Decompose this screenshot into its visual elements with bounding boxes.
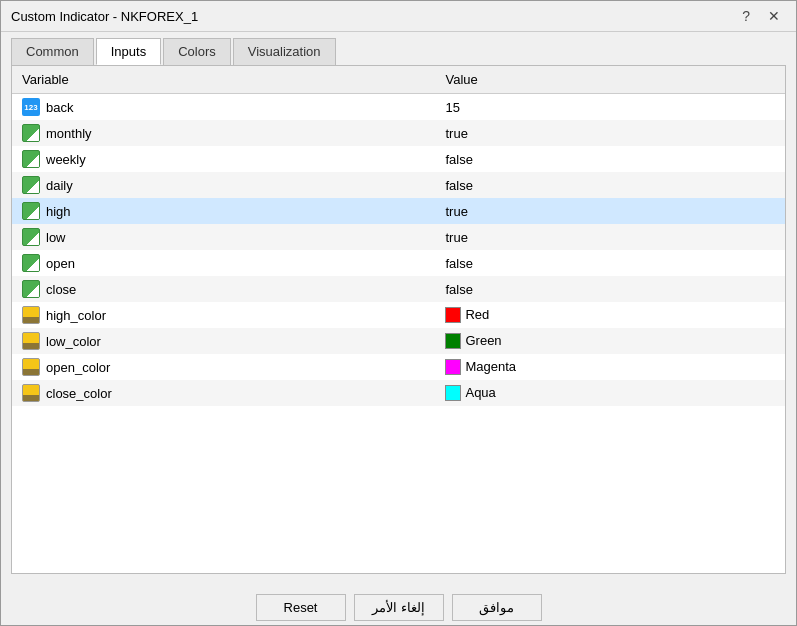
boolean-icon xyxy=(22,150,40,168)
value-cell: false xyxy=(435,172,785,198)
value-cell: 15 xyxy=(435,94,785,121)
content-area: Variable Value 123back15monthlytrueweekl… xyxy=(1,65,796,584)
color-swatch xyxy=(445,385,461,401)
footer: Reset إلغاء الأمر موافق xyxy=(1,584,796,625)
title-controls: ? ✕ xyxy=(736,7,786,25)
tab-colors[interactable]: Colors xyxy=(163,38,231,65)
variable-name: open_color xyxy=(46,360,110,375)
variable-cell: daily xyxy=(12,172,435,198)
boolean-icon xyxy=(22,254,40,272)
variable-cell: high_color xyxy=(12,302,435,328)
variable-value: true xyxy=(445,126,467,141)
table-row[interactable]: close_colorAqua xyxy=(12,380,785,406)
table-row[interactable]: openfalse xyxy=(12,250,785,276)
variable-cell: low_color xyxy=(12,328,435,354)
value-cell: Aqua xyxy=(435,380,785,406)
variable-value: 15 xyxy=(445,100,459,115)
table-row[interactable]: monthlytrue xyxy=(12,120,785,146)
integer-icon: 123 xyxy=(22,98,40,116)
variable-name: daily xyxy=(46,178,73,193)
variable-name: low_color xyxy=(46,334,101,349)
col-value-header: Value xyxy=(435,66,785,94)
close-button[interactable]: ✕ xyxy=(762,7,786,25)
variable-value: false xyxy=(445,282,472,297)
variable-cell: 123back xyxy=(12,94,435,121)
ok-button[interactable]: موافق xyxy=(452,594,542,621)
table-row[interactable]: hightrue xyxy=(12,198,785,224)
table-row[interactable]: 123back15 xyxy=(12,94,785,121)
variable-table: Variable Value 123back15monthlytrueweekl… xyxy=(12,66,785,406)
table-row[interactable]: dailyfalse xyxy=(12,172,785,198)
col-variable-header: Variable xyxy=(12,66,435,94)
tab-inputs[interactable]: Inputs xyxy=(96,38,161,65)
variable-name: open xyxy=(46,256,75,271)
variable-cell: open xyxy=(12,250,435,276)
variable-name: low xyxy=(46,230,66,245)
variable-value: false xyxy=(445,152,472,167)
value-cell: Magenta xyxy=(435,354,785,380)
variable-value: true xyxy=(445,230,467,245)
variable-value: false xyxy=(445,178,472,193)
table-row[interactable]: low_colorGreen xyxy=(12,328,785,354)
value-cell: true xyxy=(435,120,785,146)
variable-cell: open_color xyxy=(12,354,435,380)
table-row[interactable]: weeklyfalse xyxy=(12,146,785,172)
value-cell: false xyxy=(435,276,785,302)
variable-name: monthly xyxy=(46,126,92,141)
table-row[interactable]: closefalse xyxy=(12,276,785,302)
variable-table-container: Variable Value 123back15monthlytrueweekl… xyxy=(11,65,786,574)
help-button[interactable]: ? xyxy=(736,7,756,25)
variable-value: false xyxy=(445,256,472,271)
table-row[interactable]: high_colorRed xyxy=(12,302,785,328)
main-window: Custom Indicator - NKFOREX_1 ? ✕ Common … xyxy=(0,0,797,626)
variable-name: weekly xyxy=(46,152,86,167)
variable-cell: monthly xyxy=(12,120,435,146)
value-cell: Green xyxy=(435,328,785,354)
variable-cell: close_color xyxy=(12,380,435,406)
window-title: Custom Indicator - NKFOREX_1 xyxy=(11,9,198,24)
value-cell: Red xyxy=(435,302,785,328)
value-cell: false xyxy=(435,146,785,172)
value-cell: true xyxy=(435,198,785,224)
title-bar: Custom Indicator - NKFOREX_1 ? ✕ xyxy=(1,1,796,32)
variable-value: Green xyxy=(465,333,501,348)
color-icon xyxy=(22,384,40,402)
color-icon xyxy=(22,332,40,350)
variable-value: Aqua xyxy=(465,385,495,400)
boolean-icon xyxy=(22,176,40,194)
variable-name: back xyxy=(46,100,73,115)
variable-cell: weekly xyxy=(12,146,435,172)
variable-name: close_color xyxy=(46,386,112,401)
variable-cell: close xyxy=(12,276,435,302)
variable-value: true xyxy=(445,204,467,219)
table-row[interactable]: lowtrue xyxy=(12,224,785,250)
color-swatch xyxy=(445,307,461,323)
color-swatch xyxy=(445,333,461,349)
boolean-icon xyxy=(22,228,40,246)
boolean-icon xyxy=(22,124,40,142)
tab-bar: Common Inputs Colors Visualization xyxy=(1,32,796,65)
cancel-button[interactable]: إلغاء الأمر xyxy=(354,594,444,621)
reset-button[interactable]: Reset xyxy=(256,594,346,621)
boolean-icon xyxy=(22,280,40,298)
value-cell: false xyxy=(435,250,785,276)
color-swatch xyxy=(445,359,461,375)
variable-value: Red xyxy=(465,307,489,322)
color-icon xyxy=(22,306,40,324)
variable-name: high xyxy=(46,204,71,219)
value-cell: true xyxy=(435,224,785,250)
variable-value: Magenta xyxy=(465,359,516,374)
tab-common[interactable]: Common xyxy=(11,38,94,65)
table-row[interactable]: open_colorMagenta xyxy=(12,354,785,380)
color-icon xyxy=(22,358,40,376)
variable-name: high_color xyxy=(46,308,106,323)
variable-cell: high xyxy=(12,198,435,224)
variable-cell: low xyxy=(12,224,435,250)
variable-name: close xyxy=(46,282,76,297)
boolean-icon xyxy=(22,202,40,220)
tab-visualization[interactable]: Visualization xyxy=(233,38,336,65)
